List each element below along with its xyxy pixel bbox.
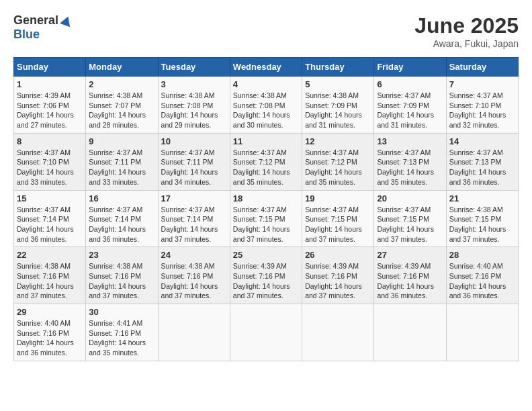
day-info: Sunrise: 4:38 AM Sunset: 7:07 PM Dayligh… [89, 91, 154, 130]
day-info: Sunrise: 4:37 AM Sunset: 7:12 PM Dayligh… [305, 148, 371, 187]
day-number: 19 [305, 193, 371, 203]
day-number: 12 [305, 136, 371, 146]
calendar-day-cell: 20 Sunrise: 4:37 AM Sunset: 7:15 PM Dayl… [374, 190, 446, 247]
day-info: Sunrise: 4:38 AM Sunset: 7:16 PM Dayligh… [161, 261, 227, 301]
calendar-day-cell: 29 Sunrise: 4:40 AM Sunset: 7:16 PM Dayl… [14, 304, 86, 361]
day-info: Sunrise: 4:39 AM Sunset: 7:16 PM Dayligh… [377, 261, 443, 301]
calendar-day-cell: 1 Sunrise: 4:39 AM Sunset: 7:06 PM Dayli… [14, 77, 86, 134]
day-number: 10 [161, 136, 227, 146]
calendar-day-cell: 21 Sunrise: 4:38 AM Sunset: 7:15 PM Dayl… [446, 190, 518, 247]
calendar-day-cell: 26 Sunrise: 4:39 AM Sunset: 7:16 PM Dayl… [302, 247, 374, 304]
day-number: 2 [89, 79, 154, 89]
day-info: Sunrise: 4:39 AM Sunset: 7:06 PM Dayligh… [17, 91, 83, 130]
day-info: Sunrise: 4:38 AM Sunset: 7:08 PM Dayligh… [233, 91, 299, 130]
day-info: Sunrise: 4:37 AM Sunset: 7:15 PM Dayligh… [377, 205, 443, 244]
day-info: Sunrise: 4:37 AM Sunset: 7:11 PM Dayligh… [161, 148, 227, 187]
calendar-day-cell: 22 Sunrise: 4:38 AM Sunset: 7:16 PM Dayl… [14, 247, 86, 304]
calendar-day-cell: 13 Sunrise: 4:37 AM Sunset: 7:13 PM Dayl… [374, 133, 446, 190]
calendar-day-cell [446, 304, 518, 361]
day-number: 20 [377, 193, 443, 203]
day-info: Sunrise: 4:37 AM Sunset: 7:14 PM Dayligh… [17, 205, 83, 244]
calendar-day-cell: 6 Sunrise: 4:37 AM Sunset: 7:09 PM Dayli… [374, 77, 446, 134]
calendar-table: Sunday Monday Tuesday Wednesday Thursday… [13, 57, 519, 361]
day-number: 11 [233, 136, 299, 146]
header-saturday: Saturday [446, 58, 518, 77]
day-number: 29 [17, 307, 83, 317]
page-header: General Blue June 2025 Awara, Fukui, Jap… [13, 13, 519, 49]
header-thursday: Thursday [302, 58, 374, 77]
calendar-week-row: 29 Sunrise: 4:40 AM Sunset: 7:16 PM Dayl… [14, 304, 519, 361]
day-number: 18 [233, 193, 299, 203]
calendar-day-cell: 19 Sunrise: 4:37 AM Sunset: 7:15 PM Dayl… [302, 190, 374, 247]
header-wednesday: Wednesday [230, 58, 302, 77]
day-number: 22 [17, 250, 83, 260]
day-number: 3 [161, 79, 227, 89]
calendar-day-cell: 16 Sunrise: 4:37 AM Sunset: 7:14 PM Dayl… [86, 190, 158, 247]
calendar-day-cell: 7 Sunrise: 4:37 AM Sunset: 7:10 PM Dayli… [446, 77, 518, 134]
day-number: 4 [233, 79, 299, 89]
calendar-day-cell: 3 Sunrise: 4:38 AM Sunset: 7:08 PM Dayli… [158, 77, 230, 134]
page-subtitle: Awara, Fukui, Japan [414, 38, 519, 49]
day-number: 17 [161, 193, 227, 203]
logo-general-text: General [13, 13, 58, 28]
header-monday: Monday [86, 58, 158, 77]
day-info: Sunrise: 4:40 AM Sunset: 7:16 PM Dayligh… [449, 261, 515, 301]
logo-blue-text: Blue [13, 28, 40, 42]
day-info: Sunrise: 4:37 AM Sunset: 7:10 PM Dayligh… [449, 91, 515, 130]
day-info: Sunrise: 4:38 AM Sunset: 7:09 PM Dayligh… [305, 91, 371, 130]
calendar-day-cell: 30 Sunrise: 4:41 AM Sunset: 7:16 PM Dayl… [86, 304, 158, 361]
calendar-week-row: 8 Sunrise: 4:37 AM Sunset: 7:10 PM Dayli… [14, 133, 519, 190]
day-number: 7 [449, 79, 515, 89]
day-number: 28 [449, 250, 515, 260]
day-number: 5 [305, 79, 371, 89]
calendar-day-cell: 28 Sunrise: 4:40 AM Sunset: 7:16 PM Dayl… [446, 247, 518, 304]
calendar-week-row: 1 Sunrise: 4:39 AM Sunset: 7:06 PM Dayli… [14, 77, 519, 134]
calendar-day-cell: 24 Sunrise: 4:38 AM Sunset: 7:16 PM Dayl… [158, 247, 230, 304]
calendar-day-cell: 10 Sunrise: 4:37 AM Sunset: 7:11 PM Dayl… [158, 133, 230, 190]
day-info: Sunrise: 4:37 AM Sunset: 7:13 PM Dayligh… [377, 148, 443, 187]
calendar-day-cell [230, 304, 302, 361]
calendar-day-cell [158, 304, 230, 361]
day-number: 21 [449, 193, 515, 203]
day-number: 23 [89, 250, 154, 260]
day-info: Sunrise: 4:39 AM Sunset: 7:16 PM Dayligh… [305, 261, 371, 301]
day-info: Sunrise: 4:37 AM Sunset: 7:15 PM Dayligh… [233, 205, 299, 244]
day-info: Sunrise: 4:37 AM Sunset: 7:10 PM Dayligh… [17, 148, 83, 187]
calendar-day-cell: 2 Sunrise: 4:38 AM Sunset: 7:07 PM Dayli… [86, 77, 158, 134]
calendar-day-cell [302, 304, 374, 361]
day-number: 27 [377, 250, 443, 260]
header-sunday: Sunday [14, 58, 86, 77]
day-info: Sunrise: 4:37 AM Sunset: 7:09 PM Dayligh… [377, 91, 443, 130]
day-info: Sunrise: 4:38 AM Sunset: 7:08 PM Dayligh… [161, 91, 227, 130]
day-number: 26 [305, 250, 371, 260]
day-number: 8 [17, 136, 83, 146]
calendar-day-cell: 18 Sunrise: 4:37 AM Sunset: 7:15 PM Dayl… [230, 190, 302, 247]
day-info: Sunrise: 4:38 AM Sunset: 7:16 PM Dayligh… [89, 261, 154, 301]
header-friday: Friday [374, 58, 446, 77]
weekday-header-row: Sunday Monday Tuesday Wednesday Thursday… [14, 58, 519, 77]
day-number: 16 [89, 193, 154, 203]
logo: General Blue [13, 13, 72, 42]
day-info: Sunrise: 4:37 AM Sunset: 7:15 PM Dayligh… [305, 205, 371, 244]
calendar-day-cell: 14 Sunrise: 4:37 AM Sunset: 7:13 PM Dayl… [446, 133, 518, 190]
day-number: 14 [449, 136, 515, 146]
day-info: Sunrise: 4:38 AM Sunset: 7:15 PM Dayligh… [449, 205, 515, 244]
calendar-day-cell: 15 Sunrise: 4:37 AM Sunset: 7:14 PM Dayl… [14, 190, 86, 247]
calendar-day-cell: 5 Sunrise: 4:38 AM Sunset: 7:09 PM Dayli… [302, 77, 374, 134]
day-number: 25 [233, 250, 299, 260]
day-number: 9 [89, 136, 154, 146]
calendar-week-row: 15 Sunrise: 4:37 AM Sunset: 7:14 PM Dayl… [14, 190, 519, 247]
day-info: Sunrise: 4:37 AM Sunset: 7:14 PM Dayligh… [89, 205, 154, 244]
calendar-day-cell: 25 Sunrise: 4:39 AM Sunset: 7:16 PM Dayl… [230, 247, 302, 304]
calendar-day-cell [374, 304, 446, 361]
day-info: Sunrise: 4:37 AM Sunset: 7:13 PM Dayligh… [449, 148, 515, 187]
day-number: 6 [377, 79, 443, 89]
header-tuesday: Tuesday [158, 58, 230, 77]
day-info: Sunrise: 4:39 AM Sunset: 7:16 PM Dayligh… [233, 261, 299, 301]
day-info: Sunrise: 4:37 AM Sunset: 7:14 PM Dayligh… [161, 205, 227, 244]
day-info: Sunrise: 4:38 AM Sunset: 7:16 PM Dayligh… [17, 261, 83, 301]
day-number: 24 [161, 250, 227, 260]
day-info: Sunrise: 4:37 AM Sunset: 7:11 PM Dayligh… [89, 148, 154, 187]
logo-triangle-icon [60, 14, 73, 27]
day-number: 1 [17, 79, 83, 89]
